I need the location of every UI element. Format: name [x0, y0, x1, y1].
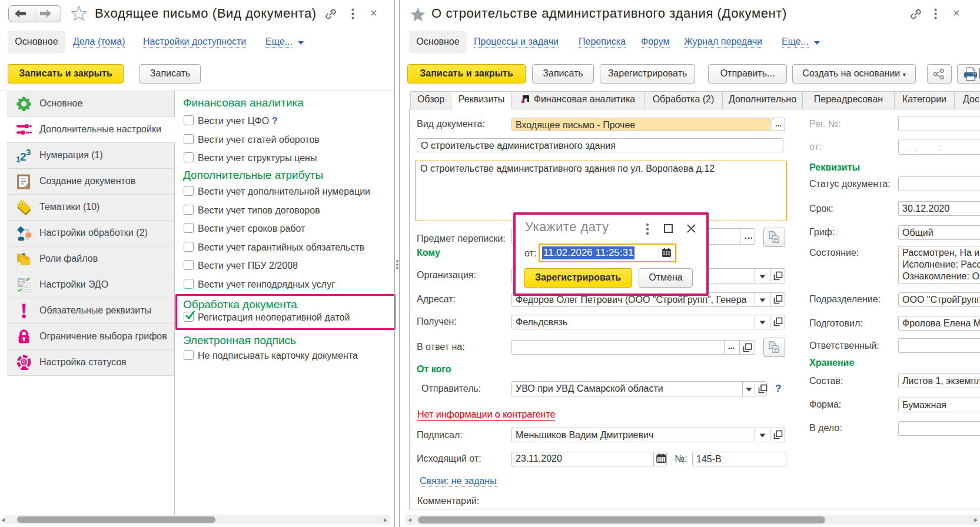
svg-text:2: 2: [20, 151, 26, 163]
svg-text:3: 3: [26, 148, 31, 157]
